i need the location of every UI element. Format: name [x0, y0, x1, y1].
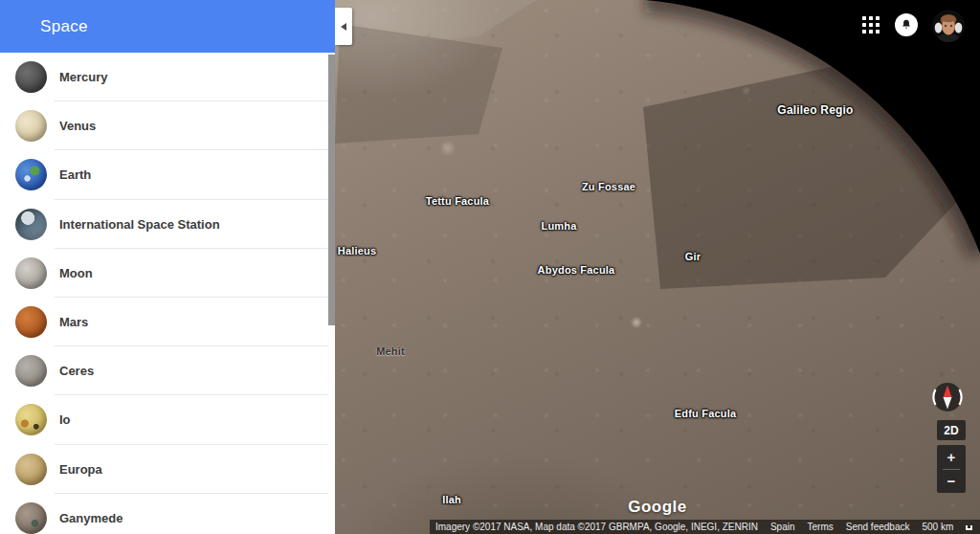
sidebar-collapse-button[interactable]	[335, 8, 352, 45]
region-attribution: Spain	[770, 522, 795, 532]
map-label-ilah: Ilah	[442, 494, 461, 505]
avatar-photo	[932, 10, 965, 42]
sidebar-item-label: Io	[59, 412, 71, 427]
user-avatar[interactable]	[932, 10, 965, 42]
sidebar-item-label: Ganymede	[59, 511, 122, 525]
scale-bar	[966, 525, 972, 530]
map-label-lumha: Lumha	[541, 220, 576, 232]
compass-control[interactable]	[928, 378, 967, 416]
space-sidebar: Space MercuryVenusEarthInternational Spa…	[0, 0, 335, 534]
compass-icon	[928, 378, 967, 416]
venus-planet-icon	[15, 110, 47, 142]
sidebar-item-label: Venus	[59, 119, 96, 133]
sidebar-item-label: Mars	[59, 315, 88, 329]
imagery-attribution: Imagery ©2017 NASA, Map data ©2017 GBRMP…	[435, 522, 758, 532]
sidebar-item-io[interactable]: Io	[0, 395, 335, 444]
attribution-bar: Imagery ©2017 NASA, Map data ©2017 GBRMP…	[430, 520, 980, 534]
sidebar-item-iss[interactable]: International Space Station	[0, 200, 335, 249]
europa-planet-icon	[15, 454, 47, 485]
bell-icon	[900, 18, 913, 32]
zoom-in-button[interactable]: +	[937, 445, 966, 469]
map-label-mehit: Mehit	[376, 345, 405, 357]
page-title: Space	[40, 17, 88, 36]
globe-map-canvas[interactable]: Galileo RegioZu FossaeTettu FaculaLumhaH…	[335, 0, 980, 534]
planet-terrain-graphics	[335, 0, 980, 534]
notifications-button[interactable]	[895, 13, 918, 36]
sidebar-item-label: International Space Station	[59, 217, 220, 232]
sidebar-item-mercury[interactable]: Mercury	[0, 53, 335, 101]
map-label-gir: Gir	[685, 251, 702, 262]
io-planet-icon	[15, 404, 47, 435]
sidebar-item-label: Europa	[59, 462, 102, 477]
zoom-out-button[interactable]: −	[937, 470, 966, 494]
map-label-halieus: Halieus	[338, 245, 377, 256]
sidebar-header: Space	[0, 0, 335, 53]
sidebar-item-label: Mercury	[59, 70, 108, 84]
ganymede-planet-icon	[15, 502, 47, 534]
sidebar-item-ganymede[interactable]: Ganymede	[0, 494, 335, 534]
scale-label: 500 km	[922, 522, 953, 532]
sidebar-item-venus[interactable]: Venus	[0, 101, 335, 150]
sidebar-item-moon[interactable]: Moon	[0, 249, 335, 298]
sidebar-item-ceres[interactable]: Ceres	[0, 346, 335, 395]
map-label-zu-fossae: Zu Fossae	[582, 181, 635, 192]
google-maps-space-view: Galileo RegioZu FossaeTettu FaculaLumhaH…	[0, 0, 980, 534]
2d-mode-button[interactable]: 2D	[937, 420, 966, 440]
map-label-edfu-facula: Edfu Facula	[675, 408, 737, 419]
ceres-planet-icon	[15, 355, 47, 387]
sidebar-item-label: Moon	[59, 266, 93, 280]
chevron-left-icon	[341, 23, 346, 31]
send-feedback-link[interactable]: Send feedback	[846, 522, 910, 532]
sidebar-scrollbar	[328, 53, 335, 534]
mars-planet-icon	[15, 306, 47, 338]
sidebar-item-europa[interactable]: Europa	[0, 445, 335, 494]
sidebar-item-mars[interactable]: Mars	[0, 298, 335, 346]
google-watermark: Google	[628, 498, 687, 517]
map-label-galileo-regio: Galileo Regio	[777, 103, 853, 117]
map-label-tettu-facula: Tettu Facula	[426, 195, 489, 207]
dark-terrain-patch	[335, 24, 502, 144]
terms-link[interactable]: Terms	[808, 522, 834, 532]
moon-planet-icon	[15, 257, 47, 289]
iss-photo-icon	[15, 209, 47, 240]
sidebar-item-earth[interactable]: Earth	[0, 150, 335, 199]
map-label-abydos-facula: Abydos Facula	[538, 264, 615, 276]
planet-list: MercuryVenusEarthInternational Space Sta…	[0, 53, 335, 534]
sidebar-item-label: Ceres	[59, 364, 94, 378]
scrollbar-thumb[interactable]	[328, 55, 335, 325]
earth-planet-icon	[15, 159, 47, 190]
zoom-control: + −	[937, 445, 966, 493]
mercury-planet-icon	[15, 61, 47, 93]
google-apps-grid-icon[interactable]	[862, 16, 880, 33]
sidebar-item-label: Earth	[59, 167, 91, 182]
